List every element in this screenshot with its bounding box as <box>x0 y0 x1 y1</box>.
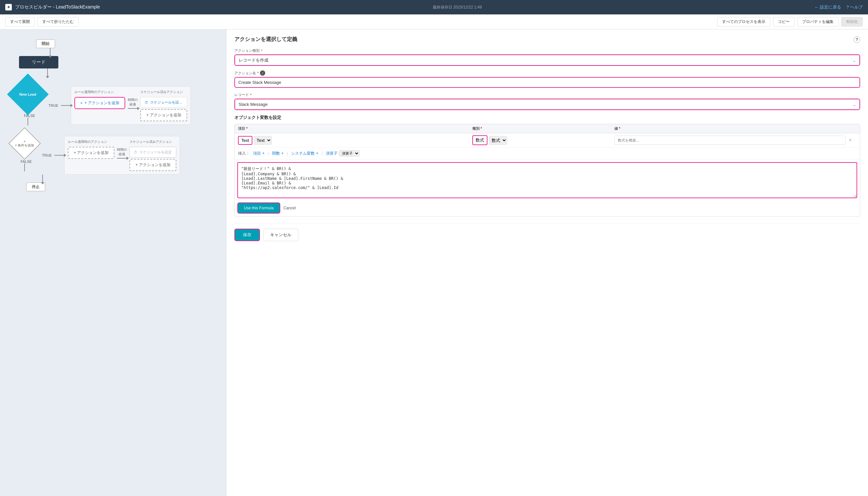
save-button[interactable]: 保存 <box>234 229 260 241</box>
clock-icon-2: ⏱ <box>134 150 137 154</box>
show-all-processes-button[interactable]: すべてのプロセスを表示 <box>717 17 770 27</box>
plus-icon-sysvar: + <box>316 151 318 156</box>
clock-icon: ⏱ <box>144 100 148 105</box>
plus-icon-item: + <box>262 151 264 156</box>
use-formula-button[interactable]: Use this Formula <box>237 202 280 214</box>
value-input[interactable] <box>614 136 846 145</box>
toolbar-right: すべてのプロセスを表示 コピー プロパティを編集 有効化 <box>717 17 863 27</box>
flow-wrapper: 開始 リード New Lead FALSE <box>10 39 223 191</box>
header-right: ← 設定に戻る ? ヘルプ <box>814 4 863 10</box>
value-cell <box>614 136 846 145</box>
true-label-2: TRUE <box>42 153 52 157</box>
lead-node[interactable]: リード <box>19 56 58 68</box>
formula-actions: Use this Formula Cancel <box>237 202 857 214</box>
false-label-1: FALSE <box>24 114 35 118</box>
col-header-item: 項目 * <box>238 126 469 131</box>
edit-properties-button[interactable]: プロパティを編集 <box>797 17 838 27</box>
help-link[interactable]: ? ヘルプ <box>847 4 863 10</box>
insert-function-link[interactable]: 関数 + <box>272 151 284 156</box>
time-elapsed: 時間の 経過 <box>128 98 138 109</box>
second-add-action-button[interactable]: + アクションを追加 <box>68 147 115 159</box>
second-true-section: TRUE ルール適用時のアクション + アクションを追加 時間の <box>39 136 180 175</box>
action-name-label: アクション名 * i <box>234 71 860 76</box>
panel-help-icon[interactable]: ? <box>854 36 860 43</box>
insert-operator-link[interactable]: 演算子 <box>326 151 338 156</box>
add-action-button[interactable]: + + アクションを追加 <box>74 97 125 109</box>
immediate-actions-section: ルール適用時のアクション + + アクションを追加 <box>74 90 125 109</box>
col-header-value: 値 * <box>614 126 846 131</box>
add-condition-icon: + <box>24 140 26 143</box>
item-value: Text <box>238 136 253 145</box>
rule-sections: ルール適用時のアクション + + アクションを追加 時間の 経過 <box>71 86 191 125</box>
object-variables-table: 項目 * 種別 * 値 * Text <box>234 124 860 217</box>
required-marker-1: * <box>261 49 262 53</box>
scheduled-actions-section: スケジュール済みアクション ⏱ スケジュールを設... + アクションを追加 <box>140 90 187 121</box>
cancel-button[interactable]: キャンセル <box>263 229 298 241</box>
action-type-select-wrapper: レコードを作成 ⌄ <box>234 55 860 66</box>
header: ✦ プロセスビルダー - LeadToSlackExample 最終保存日 20… <box>0 0 868 14</box>
insert-row: 挿入： 項目 + | 関数 + | システム変数 + | 演算子 <box>235 148 860 159</box>
action-type-group: アクション種別 * レコードを作成 ⌄ <box>234 48 860 66</box>
item-dropdown[interactable]: Text <box>254 136 272 145</box>
insert-sysvar-link[interactable]: システム変数 + <box>291 151 318 156</box>
cancel-formula-button[interactable]: Cancel <box>284 206 296 210</box>
diamond-section: New Lead FALSE TRUE <box>10 76 191 125</box>
delete-row-icon[interactable]: × <box>849 137 852 143</box>
arrow-false-1 <box>28 118 28 125</box>
panel-title-row: アクションを選択して定義 ? <box>234 36 860 43</box>
true-section: TRUE ルール適用時のアクション + + アクションを追加 <box>46 86 191 125</box>
delete-row-cell: × <box>849 137 856 143</box>
table-row: Text Text 数式 数式 <box>235 133 860 148</box>
record-select[interactable]: Slack Message <box>235 99 859 109</box>
rule-action-label: ルール適用時のアクション <box>74 90 125 94</box>
expand-all-button[interactable]: すべて展開 <box>5 17 35 27</box>
copy-button[interactable]: コピー <box>773 17 795 27</box>
arrow-to-stop <box>42 175 43 183</box>
flow-canvas: 開始 リード New Lead FALSE <box>0 30 226 496</box>
app-logo-icon: ✦ <box>5 4 12 11</box>
insert-item-link[interactable]: 項目 + <box>253 151 264 156</box>
type-dropdown[interactable]: 数式 <box>489 136 507 145</box>
last-saved: 最終保存日 2015/12/22 1:49 <box>433 4 482 10</box>
arrow-true-1 <box>61 105 71 106</box>
second-condition-section: + + 条件を追加 FALSE TRUE ルール適用時のアク <box>10 129 180 175</box>
collapse-all-button[interactable]: すべて折りたたむ <box>37 17 79 27</box>
activate-button[interactable]: 有効化 <box>841 17 863 27</box>
scheduled-action-label: スケジュール済みアクション <box>140 90 187 94</box>
formula-container: "新規リード！" & BR() & [Lead].Company & BR() … <box>235 159 860 216</box>
add-scheduled-action-button[interactable]: + アクションを追加 <box>140 109 187 121</box>
table-header: 項目 * 種別 * 値 * <box>235 124 860 133</box>
toolbar-left: すべて展開 すべて折りたたむ <box>5 17 79 27</box>
second-rule-sections: ルール適用時のアクション + アクションを追加 時間の 経過 <box>64 136 180 175</box>
action-name-group: アクション名 * i <box>234 71 860 88</box>
record-label: レコード * <box>234 92 860 97</box>
true-label-1: TRUE <box>48 104 58 107</box>
main-layout: 開始 リード New Lead FALSE <box>0 30 868 496</box>
type-value: 数式 <box>472 135 487 145</box>
type-cell: 数式 数式 <box>472 135 611 145</box>
plus-icon-function: + <box>281 151 284 156</box>
action-type-select[interactable]: レコードを作成 <box>235 55 859 65</box>
toolbar: すべて展開 すべて折りたたむ すべてのプロセスを表示 コピー プロパティを編集 … <box>0 14 868 30</box>
new-lead-diamond[interactable]: New Lead <box>7 73 48 115</box>
app-title: プロセスビルダー - LeadToSlackExample <box>15 4 100 10</box>
set-schedule-button[interactable]: ⏱ スケジュールを設... <box>140 97 187 108</box>
arrow-false-2 <box>24 164 25 171</box>
second-add-scheduled-action-button[interactable]: + アクションを追加 <box>130 159 176 171</box>
arrow-true-2 <box>55 155 64 156</box>
action-name-input[interactable] <box>234 77 860 88</box>
header-left: ✦ プロセスビルダー - LeadToSlackExample <box>5 4 100 11</box>
col-header-type: 種別 * <box>472 126 611 131</box>
operator-select[interactable]: 演算子 <box>339 150 360 157</box>
object-vars-title: オブジェクト変数を設定 <box>234 115 860 121</box>
stop-section: 停止 <box>18 175 45 191</box>
second-set-schedule-button[interactable]: ⏱ スケジュールを設定 <box>130 147 176 158</box>
back-to-settings-link[interactable]: ← 設定に戻る <box>814 4 841 10</box>
bottom-actions: 保存 キャンセル <box>234 223 860 241</box>
action-name-info-icon[interactable]: i <box>260 71 265 76</box>
panel-title-text: アクションを選択して定義 <box>234 36 297 43</box>
add-condition-diamond[interactable]: + + 条件を追加 <box>9 127 41 160</box>
item-cell: Text Text <box>238 136 469 145</box>
formula-textarea[interactable]: "新規リード！" & BR() & [Lead].Company & BR() … <box>237 162 857 198</box>
start-node: 開始 <box>36 39 55 48</box>
